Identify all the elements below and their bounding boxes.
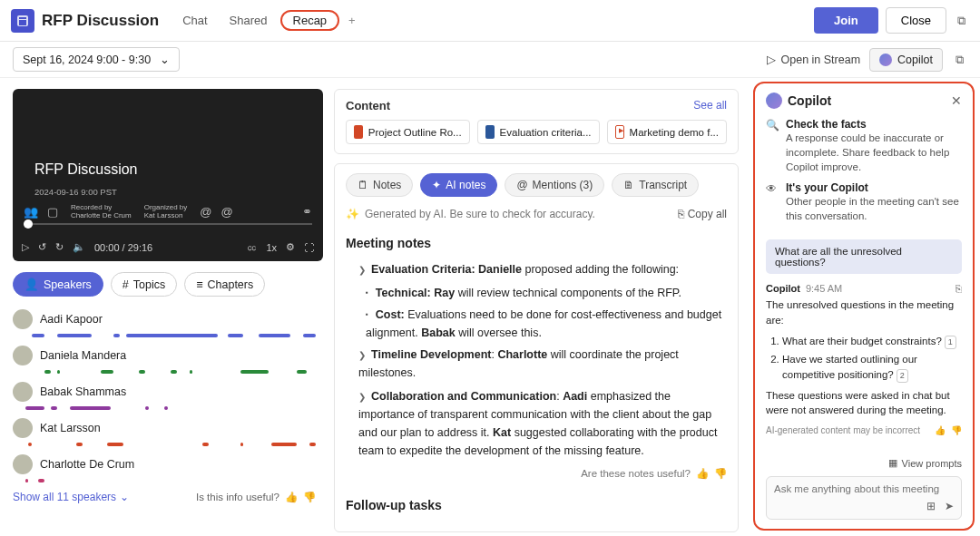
apps-icon[interactable]: ⊞ (926, 500, 936, 512)
main-content: RFP Discussion 2024-09-16 9:00 PST 👥▢ Re… (0, 78, 980, 536)
meeting-notes-body: Meeting notes ❯Evaluation Criteria: Dani… (346, 233, 727, 515)
attachment-item[interactable]: Marketing demo f... (607, 120, 727, 144)
video-title: RFP Discussion (34, 161, 138, 178)
rewind-icon[interactable]: ↺ (38, 241, 46, 253)
copilot-time: 9:45 AM (806, 283, 842, 294)
speaker-row[interactable]: Kat Larsson (13, 418, 328, 438)
close-button[interactable]: Close (886, 7, 946, 34)
video-progress-bar[interactable] (24, 223, 312, 225)
copilot-response: The unresolved questions in the meeting … (766, 297, 962, 417)
speaker-timeline[interactable] (13, 369, 328, 375)
thumbs-down-icon[interactable]: 👎 (714, 465, 727, 482)
see-all-link[interactable]: See all (693, 99, 727, 112)
volume-icon[interactable]: 🔈 (73, 241, 85, 253)
copilot-message-header: Copilot 9:45 AM ⎘ (766, 283, 962, 294)
close-icon[interactable]: ✕ (951, 93, 962, 108)
ai-notes-tab[interactable]: ✦AI notes (420, 173, 497, 197)
speakers-button[interactable]: 👤Speakers (13, 272, 103, 297)
tab-shared[interactable]: Shared (220, 10, 277, 31)
speed-label[interactable]: 1x (266, 242, 277, 253)
user-question-chip[interactable]: What are all the unresolved questions? (766, 239, 962, 274)
speaker-timeline[interactable] (13, 333, 328, 338)
speaker-row[interactable]: Charlotte De Crum (13, 454, 328, 474)
hash-icon: # (122, 278, 129, 291)
avatar (13, 346, 33, 365)
segment-buttons: 👤Speakers #Topics ≡Chapters (13, 272, 328, 297)
copy-all-button[interactable]: ⎘Copy all (678, 208, 727, 220)
video-player[interactable]: RFP Discussion 2024-09-16 9:00 PST 👥▢ Re… (13, 89, 323, 261)
sparkle-icon: ✦ (432, 179, 441, 191)
copilot-title: Copilot (788, 93, 831, 108)
send-icon[interactable]: ➤ (945, 500, 954, 512)
chevron-down-icon: ⌄ (120, 491, 129, 503)
speaker-name: Kat Larsson (40, 422, 101, 434)
popout-icon[interactable]: ⧉ (952, 49, 967, 71)
speaker-timeline[interactable] (13, 405, 328, 411)
speaker-name: Daniela Mandera (40, 349, 126, 362)
date-label: Sept 16, 2024 9:00 - 9:30 (23, 54, 151, 66)
thumbs-up-icon[interactable]: 👍 (285, 491, 298, 503)
attachment-label: Project Outline Ro... (368, 127, 462, 138)
speaker-timeline[interactable] (13, 442, 328, 447)
note-item: ❯Timeline Development: Charlotte will co… (346, 346, 727, 382)
avatar (13, 309, 33, 329)
chapters-button[interactable]: ≡Chapters (184, 272, 265, 297)
attachment-item[interactable]: Evaluation criteria... (477, 120, 600, 144)
speaker-name: Babak Shammas (40, 385, 126, 398)
reference-badge[interactable]: 2 (897, 369, 908, 383)
speaker-timeline[interactable] (13, 478, 328, 483)
forward-icon[interactable]: ↻ (55, 241, 64, 253)
notes-feedback: Are these notes useful?👍👎 (346, 465, 727, 482)
note-bullet: Cost: Evaluations need to be done for co… (366, 306, 727, 342)
sparkle-icon: ✨ (346, 208, 359, 220)
avatar (13, 454, 33, 474)
view-prompts-button[interactable]: ▦View prompts (766, 450, 962, 469)
thumbs-down-icon[interactable]: 👎 (951, 425, 962, 435)
copilot-outro: These questions were asked in chat but w… (766, 388, 962, 418)
teams-icon: 👥 (24, 205, 38, 219)
play-icon[interactable]: ▷ (22, 241, 29, 253)
join-button[interactable]: Join (814, 7, 878, 34)
thumbs-up-icon[interactable]: 👍 (935, 425, 946, 435)
notes-tab[interactable]: 🗒Notes (346, 173, 413, 197)
speaker-name: Charlotte De Crum (40, 458, 134, 471)
settings-icon[interactable]: ⚙ (286, 241, 295, 253)
open-in-stream-button[interactable]: ▷ Open in Stream (767, 53, 861, 66)
add-tab-button[interactable]: + (343, 10, 361, 31)
cc-icon[interactable]: ㏄ (247, 240, 257, 254)
mentions-tab[interactable]: @Mentions (3) (505, 173, 604, 197)
stream-icon: ▷ (767, 53, 776, 66)
speaker-row[interactable]: Aadi Kapoor (13, 309, 328, 329)
note-item: ❯Collaboration and Communication: Aadi e… (346, 387, 727, 460)
note-bullet: Technical: Ray will review technical com… (366, 284, 727, 302)
meeting-date-selector[interactable]: Sept 16, 2024 9:00 - 9:30 ⌄ (13, 47, 180, 72)
fullscreen-icon[interactable]: ⛶ (304, 242, 314, 253)
ppt-icon (354, 125, 363, 139)
copilot-icon (766, 93, 782, 109)
tab-chat[interactable]: Chat (173, 10, 216, 31)
at-icon: @ (516, 179, 527, 191)
topics-button[interactable]: #Topics (111, 272, 177, 297)
attachment-item[interactable]: Project Outline Ro... (346, 120, 470, 144)
reference-badge[interactable]: 1 (945, 336, 956, 349)
attachment-label: Evaluation criteria... (500, 127, 592, 138)
person-icon: ⚭ (302, 205, 312, 219)
speakers-icon: 👤 (24, 278, 39, 291)
thumbs-up-icon[interactable]: 👍 (696, 465, 709, 482)
popout-icon[interactable]: ⧉ (954, 10, 969, 32)
video-scrubber[interactable] (24, 219, 33, 229)
fact-body: A response could be inaccurate or incomp… (786, 131, 962, 174)
copilot-toggle-button[interactable]: Copilot (869, 48, 943, 72)
svg-rect-1 (19, 17, 26, 19)
speaker-row[interactable]: Daniela Mandera (13, 346, 328, 365)
copilot-input-box[interactable]: ⊞ ➤ (766, 476, 962, 520)
copilot-input[interactable] (774, 483, 954, 494)
copy-icon[interactable]: ⎘ (956, 283, 962, 294)
video-controls: ▷ ↺ ↻ 🔈 00:00 / 29:16 ㏄ 1x ⚙ ⛶ (22, 240, 314, 254)
thumbs-down-icon[interactable]: 👎 (303, 491, 316, 503)
attachment-label: Marketing demo f... (630, 127, 719, 138)
transcript-tab[interactable]: 🗎Transcript (612, 173, 699, 197)
tab-recap[interactable]: Recap (280, 10, 340, 31)
speaker-row[interactable]: Babak Shammas (13, 382, 328, 402)
show-all-speakers-link[interactable]: Show all 11 speakers ⌄ (13, 491, 129, 503)
